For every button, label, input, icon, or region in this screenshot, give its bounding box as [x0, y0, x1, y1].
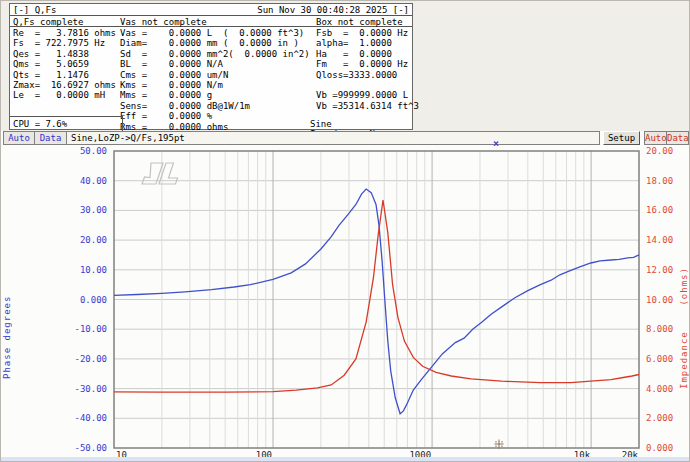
- section-qfs: Q,Fs complete: [13, 17, 83, 27]
- curves: [114, 189, 639, 414]
- cpu-box-divider-v: [122, 116, 123, 131]
- panel-titlebar: [-] Q,Fs Sun Nov 30 00:40:28 2025 [-]: [10, 4, 412, 16]
- y-left-tick: 50.00: [19, 146, 107, 156]
- cpu-usage: CPU = 7.6%: [13, 119, 67, 129]
- parameter-panel: [-] Q,Fs Sun Nov 30 00:40:28 2025 [-] Q,…: [9, 3, 413, 130]
- box-parameters: Fsb = 0.0000 Hz alpha= 1.0000 Ha = 0.000…: [316, 28, 419, 111]
- cursor-marker-bottom[interactable]: [495, 440, 504, 449]
- panel-title: [-] Q,Fs: [13, 5, 56, 15]
- y-left-tick: 10.00: [19, 265, 107, 275]
- section-header-row: Q,Fs complete Vas not complete Box not c…: [10, 16, 412, 27]
- y-left-tick: 30.00: [19, 205, 107, 215]
- y-left-tick: -20.00: [19, 354, 107, 364]
- cpu-box-divider: [10, 116, 122, 117]
- y-left-tick: -10.00: [19, 324, 107, 334]
- vas-parameters: Vas = 0.0000 L ( 0.0000 ft^3) Diam= 0.00…: [120, 28, 310, 132]
- qfs-parameters: Re = 3.7816 ohms Fs = 722.7975 Hz Qes = …: [13, 28, 116, 101]
- bottom-strip: [1, 457, 690, 462]
- y-right-tick: 2.000: [646, 413, 690, 423]
- section-vas: Vas not complete: [120, 17, 207, 27]
- y-right-tick: 0.000: [646, 443, 690, 453]
- curve-phase: [114, 189, 639, 414]
- y-right-tick: 18.00: [646, 176, 690, 186]
- section-box: Box not complete: [316, 17, 403, 27]
- y-left-tick: 0.000: [19, 295, 107, 305]
- y-left-tick: 40.00: [19, 176, 107, 186]
- right-axis-title: Impedance (ohms): [679, 219, 690, 389]
- y-right-tick: 20.00: [646, 146, 690, 156]
- y-left-tick: -40.00: [19, 413, 107, 423]
- lms-analyzer-window: { "panel": { "min_left": "[-]", "title":…: [0, 0, 690, 462]
- y-right-tick: 16.00: [646, 205, 690, 215]
- minimize-button-left[interactable]: [-]: [13, 5, 29, 15]
- left-axis-title: Phase degrees: [2, 229, 13, 379]
- y-left-tick: -50.00: [19, 443, 107, 453]
- curve-impedance: [114, 200, 639, 392]
- y-left-tick: -30.00: [19, 384, 107, 394]
- minimize-button-right[interactable]: [-]: [393, 5, 409, 15]
- gridlines: [114, 151, 639, 448]
- panel-datetime: Sun Nov 30 00:40:28 2025 [-]: [257, 5, 409, 15]
- y-left-tick: 20.00: [19, 235, 107, 245]
